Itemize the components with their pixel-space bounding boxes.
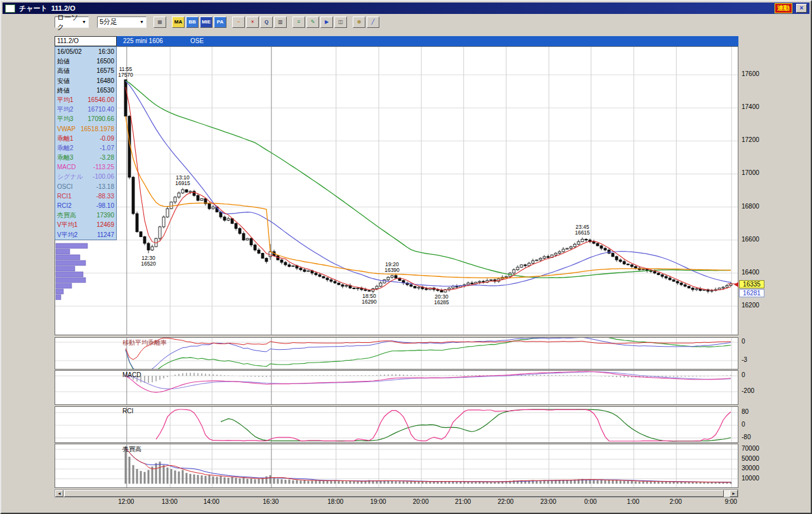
price-axis-label: 16800 (742, 203, 759, 210)
bb-indicator-icon[interactable]: BB (186, 16, 199, 28)
deviation-panel[interactable]: 移動平均乖離率 (55, 337, 738, 369)
info-row-label: 平均3 (57, 114, 74, 124)
mie-indicator-icon[interactable]: MIE (200, 16, 213, 28)
info-row: 平均216710.40 (55, 105, 116, 114)
trendline-icon[interactable]: ╱ (367, 16, 379, 28)
time-axis-label: 14:00 (199, 498, 224, 505)
board-icon[interactable]: ▥ (274, 16, 287, 28)
pointer-icon[interactable]: ▶ (320, 16, 333, 28)
pa-indicator-icon[interactable]: PA (214, 16, 226, 28)
chart-type-dropdown[interactable]: ローソク ▼ (55, 16, 89, 28)
multi-line-icon[interactable]: ≡ (292, 16, 305, 28)
linked-badge[interactable]: 連動 (775, 3, 792, 13)
time-axis: 12:0013:0014:0016:3018:0019:0020:0021:00… (1, 498, 812, 507)
time-axis-label: 19:00 (365, 498, 391, 505)
zoom-icon[interactable]: ⊕ (353, 16, 365, 28)
price-axis-label: 16400 (742, 269, 759, 276)
horizontal-scrollbar[interactable]: ◄ ► (55, 489, 738, 498)
info-row: 終値16530 (55, 86, 116, 95)
window-title: チャート (19, 4, 48, 13)
macd-panel-label: MACD (122, 371, 141, 378)
instrument-name: 225 mini 1606 (123, 36, 163, 46)
price-axis-label: 17200 (742, 136, 759, 143)
info-row: 16/05/0216:30 (55, 47, 116, 56)
info-row-label: 高値 (57, 66, 70, 75)
info-row-value: -0.09 (100, 134, 114, 143)
titlebar[interactable]: チャート 111.2/O 連動 × (3, 3, 809, 14)
info-row: 平均317090.66 (55, 114, 116, 124)
svg-text:16520: 16520 (141, 260, 156, 267)
deviation-panel-label: 移動平均乖離率 (122, 338, 167, 347)
magnifier-q-icon[interactable]: Q (260, 16, 273, 28)
instrument-code-box[interactable]: 111.2/O (55, 36, 117, 46)
time-axis-label: 16:30 (258, 498, 284, 505)
scroll-right-arrow-icon[interactable]: ► (730, 490, 738, 497)
info-row-value: -88.33 (96, 191, 114, 201)
info-row-value: 16530 (96, 86, 114, 95)
price-axis-label: 16600 (742, 236, 759, 243)
info-row-value: -98.10 (96, 201, 114, 210)
info-row-label: OSCI (57, 182, 72, 191)
info-row-label: 始値 (57, 56, 70, 66)
time-axis-label: 1:00 (620, 498, 646, 505)
chart-app-icon (5, 4, 15, 13)
time-axis-label: 23:00 (535, 498, 561, 505)
volume-panel-label: 売買高 (122, 445, 141, 454)
info-row-label: 乖離1 (57, 134, 74, 143)
time-axis-label: 22:00 (493, 498, 518, 505)
volume-canvas[interactable] (55, 444, 738, 487)
info-row-value: 12469 (96, 220, 114, 229)
close-button[interactable]: × (796, 4, 807, 13)
info-row-value: 16575 (96, 66, 114, 75)
ma-indicator-icon[interactable]: MA (172, 16, 185, 28)
info-row: VWAP16518.1978 (55, 124, 116, 134)
zigzag-chart-icon[interactable]: ~ (232, 16, 245, 28)
info-row: OSCI-13.18 (55, 182, 116, 191)
info-row: 乖離2-1.07 (55, 143, 116, 153)
info-row: 高値16575 (55, 66, 116, 75)
info-row: 始値16500 (55, 56, 116, 66)
info-row-value: 16518.1978 (81, 124, 114, 134)
rci-panel[interactable]: RCI (55, 406, 738, 443)
info-row-label: RCI1 (57, 191, 72, 201)
info-row-label: 安値 (57, 76, 70, 86)
info-row-label: 終値 (57, 86, 70, 95)
chart-type-label: ローソク (57, 13, 79, 32)
info-row-label: V平均2 (57, 230, 77, 240)
info-row-value: 17090.66 (88, 114, 114, 124)
info-row-value: 16480 (96, 76, 114, 86)
info-row-label: 平均1 (57, 95, 74, 105)
volume-axis-label: 50000 (742, 455, 759, 462)
info-row: 平均116546.00 (55, 95, 116, 105)
quote-info-panel: 16/05/0216:30始値16500高値16575安値16480終値1653… (55, 46, 117, 240)
rci-axis-label: 80 (742, 408, 749, 415)
info-row-value: -1.07 (100, 143, 114, 153)
volume-panel[interactable]: 売買高 (55, 444, 738, 488)
timeframe-dropdown[interactable]: 5分足 ▼ (97, 16, 147, 28)
draw-pencil-icon[interactable]: ✎ (306, 16, 319, 28)
printer-icon[interactable]: ◫ (334, 16, 347, 28)
weather-chart-icon[interactable]: ☀ (246, 16, 259, 28)
scrollbar-thumb[interactable] (64, 490, 724, 497)
window-title-code: 111.2/O (51, 4, 75, 12)
time-axis-label: 0:00 (578, 498, 603, 505)
main-chart-panel[interactable]: 20443811:551757012:301652013:101691518:5… (55, 46, 738, 335)
main-chart-canvas[interactable]: 20443811:551757012:301652013:101691518:5… (55, 47, 738, 335)
svg-text:16390: 16390 (384, 267, 400, 273)
info-row-value: -100.06 (93, 172, 114, 181)
time-axis-label: 13:00 (157, 498, 182, 505)
scroll-left-arrow-icon[interactable]: ◄ (55, 490, 63, 497)
macd-canvas[interactable] (55, 371, 738, 404)
instrument-exchange: OSE (190, 36, 204, 46)
info-row-value: 11247 (97, 230, 114, 240)
macd-axis-label: -200 (742, 387, 754, 394)
svg-text:16290: 16290 (362, 299, 377, 305)
deviation-axis-label: 0 (742, 338, 745, 345)
macd-panel[interactable]: MACD (55, 370, 738, 405)
info-row: MACD-113.25 (55, 162, 116, 172)
info-row-label: MACD (57, 162, 75, 172)
rci-canvas[interactable] (55, 407, 738, 442)
time-axis-label: 12:00 (114, 498, 139, 505)
info-row-label: V平均1 (57, 220, 77, 229)
pane-layout-icon[interactable]: ▦ (154, 16, 166, 28)
